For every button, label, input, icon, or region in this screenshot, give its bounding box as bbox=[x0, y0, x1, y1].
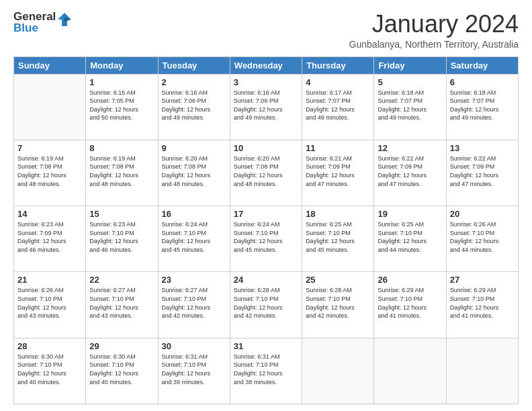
location-subtitle: Gunbalanya, Northern Territory, Australi… bbox=[349, 39, 519, 50]
day-info: Sunrise: 6:26 AM Sunset: 7:10 PM Dayligh… bbox=[450, 220, 515, 254]
col-monday: Monday bbox=[86, 56, 158, 74]
day-number: 19 bbox=[378, 209, 442, 219]
calendar-cell: 13Sunrise: 6:22 AM Sunset: 7:09 PM Dayli… bbox=[446, 140, 518, 205]
day-number: 22 bbox=[89, 275, 154, 285]
header: General Blue January 2024 Gunbalanya, No… bbox=[13, 11, 519, 50]
day-number: 2 bbox=[162, 77, 226, 87]
day-number: 31 bbox=[234, 341, 298, 351]
day-info: Sunrise: 6:15 AM Sunset: 7:05 PM Dayligh… bbox=[89, 89, 154, 122]
calendar-cell: 5Sunrise: 6:18 AM Sunset: 7:07 PM Daylig… bbox=[374, 74, 446, 140]
calendar-cell: 19Sunrise: 6:25 AM Sunset: 7:10 PM Dayli… bbox=[374, 206, 446, 272]
calendar-cell: 10Sunrise: 6:20 AM Sunset: 7:08 PM Dayli… bbox=[230, 140, 302, 205]
calendar-cell: 8Sunrise: 6:19 AM Sunset: 7:08 PM Daylig… bbox=[86, 140, 158, 205]
day-info: Sunrise: 6:16 AM Sunset: 7:06 PM Dayligh… bbox=[162, 89, 226, 122]
day-info: Sunrise: 6:29 AM Sunset: 7:10 PM Dayligh… bbox=[450, 286, 515, 320]
day-number: 15 bbox=[89, 209, 154, 219]
calendar-cell: 31Sunrise: 6:31 AM Sunset: 7:10 PM Dayli… bbox=[230, 338, 302, 404]
calendar-cell: 22Sunrise: 6:27 AM Sunset: 7:10 PM Dayli… bbox=[86, 272, 158, 338]
calendar-cell: 6Sunrise: 6:18 AM Sunset: 7:07 PM Daylig… bbox=[446, 74, 518, 140]
day-info: Sunrise: 6:20 AM Sunset: 7:08 PM Dayligh… bbox=[234, 154, 298, 188]
day-info: Sunrise: 6:19 AM Sunset: 7:08 PM Dayligh… bbox=[89, 154, 154, 188]
day-number: 27 bbox=[450, 275, 515, 285]
day-info: Sunrise: 6:17 AM Sunset: 7:07 PM Dayligh… bbox=[306, 89, 370, 122]
calendar-cell: 9Sunrise: 6:20 AM Sunset: 7:08 PM Daylig… bbox=[158, 140, 230, 205]
day-info: Sunrise: 6:30 AM Sunset: 7:10 PM Dayligh… bbox=[89, 353, 154, 386]
calendar-cell: 24Sunrise: 6:28 AM Sunset: 7:10 PM Dayli… bbox=[230, 272, 302, 338]
day-info: Sunrise: 6:30 AM Sunset: 7:10 PM Dayligh… bbox=[17, 353, 82, 386]
calendar-cell: 30Sunrise: 6:31 AM Sunset: 7:10 PM Dayli… bbox=[158, 338, 230, 404]
week-row-1: 1Sunrise: 6:15 AM Sunset: 7:05 PM Daylig… bbox=[14, 74, 519, 140]
day-info: Sunrise: 6:24 AM Sunset: 7:10 PM Dayligh… bbox=[234, 220, 298, 254]
calendar-cell: 2Sunrise: 6:16 AM Sunset: 7:06 PM Daylig… bbox=[158, 74, 230, 140]
day-number: 12 bbox=[378, 143, 442, 153]
day-number: 7 bbox=[17, 143, 82, 153]
day-info: Sunrise: 6:20 AM Sunset: 7:08 PM Dayligh… bbox=[162, 154, 226, 188]
day-info: Sunrise: 6:18 AM Sunset: 7:07 PM Dayligh… bbox=[450, 89, 515, 122]
calendar-table: Sunday Monday Tuesday Wednesday Thursday… bbox=[13, 56, 519, 404]
day-info: Sunrise: 6:16 AM Sunset: 7:06 PM Dayligh… bbox=[234, 89, 298, 122]
week-row-3: 14Sunrise: 6:23 AM Sunset: 7:09 PM Dayli… bbox=[14, 206, 519, 272]
week-row-4: 21Sunrise: 6:26 AM Sunset: 7:10 PM Dayli… bbox=[14, 272, 519, 338]
col-sunday: Sunday bbox=[14, 56, 86, 74]
day-info: Sunrise: 6:23 AM Sunset: 7:09 PM Dayligh… bbox=[17, 220, 82, 254]
day-number: 24 bbox=[234, 275, 298, 285]
day-info: Sunrise: 6:31 AM Sunset: 7:10 PM Dayligh… bbox=[234, 353, 298, 386]
day-info: Sunrise: 6:25 AM Sunset: 7:10 PM Dayligh… bbox=[306, 220, 370, 254]
calendar-cell: 15Sunrise: 6:23 AM Sunset: 7:10 PM Dayli… bbox=[86, 206, 158, 272]
calendar-cell: 1Sunrise: 6:15 AM Sunset: 7:05 PM Daylig… bbox=[86, 74, 158, 140]
calendar-cell bbox=[446, 338, 518, 404]
calendar-cell: 12Sunrise: 6:22 AM Sunset: 7:09 PM Dayli… bbox=[374, 140, 446, 205]
calendar-cell: 26Sunrise: 6:29 AM Sunset: 7:10 PM Dayli… bbox=[374, 272, 446, 338]
calendar-cell bbox=[14, 74, 86, 140]
day-info: Sunrise: 6:23 AM Sunset: 7:10 PM Dayligh… bbox=[89, 220, 154, 254]
calendar-cell: 25Sunrise: 6:28 AM Sunset: 7:10 PM Dayli… bbox=[302, 272, 374, 338]
col-wednesday: Wednesday bbox=[230, 56, 302, 74]
calendar-cell: 21Sunrise: 6:26 AM Sunset: 7:10 PM Dayli… bbox=[14, 272, 86, 338]
calendar-header-row: Sunday Monday Tuesday Wednesday Thursday… bbox=[14, 56, 519, 74]
day-number: 18 bbox=[306, 209, 370, 219]
day-number: 28 bbox=[17, 341, 82, 351]
col-saturday: Saturday bbox=[446, 56, 518, 74]
day-info: Sunrise: 6:24 AM Sunset: 7:10 PM Dayligh… bbox=[162, 220, 226, 254]
calendar-cell: 4Sunrise: 6:17 AM Sunset: 7:07 PM Daylig… bbox=[302, 74, 374, 140]
week-row-2: 7Sunrise: 6:19 AM Sunset: 7:08 PM Daylig… bbox=[14, 140, 519, 205]
day-info: Sunrise: 6:27 AM Sunset: 7:10 PM Dayligh… bbox=[89, 286, 154, 320]
day-info: Sunrise: 6:25 AM Sunset: 7:10 PM Dayligh… bbox=[378, 220, 442, 254]
month-title: January 2024 bbox=[349, 11, 519, 38]
day-number: 6 bbox=[450, 77, 515, 87]
day-number: 29 bbox=[89, 341, 154, 351]
calendar-cell: 27Sunrise: 6:29 AM Sunset: 7:10 PM Dayli… bbox=[446, 272, 518, 338]
day-number: 21 bbox=[17, 275, 82, 285]
calendar-cell bbox=[302, 338, 374, 404]
day-info: Sunrise: 6:18 AM Sunset: 7:07 PM Dayligh… bbox=[378, 89, 442, 122]
day-number: 10 bbox=[234, 143, 298, 153]
calendar-cell: 16Sunrise: 6:24 AM Sunset: 7:10 PM Dayli… bbox=[158, 206, 230, 272]
day-number: 14 bbox=[17, 209, 82, 219]
day-number: 9 bbox=[162, 143, 226, 153]
day-info: Sunrise: 6:28 AM Sunset: 7:10 PM Dayligh… bbox=[234, 286, 298, 320]
calendar-cell: 18Sunrise: 6:25 AM Sunset: 7:10 PM Dayli… bbox=[302, 206, 374, 272]
calendar-cell: 3Sunrise: 6:16 AM Sunset: 7:06 PM Daylig… bbox=[230, 74, 302, 140]
day-info: Sunrise: 6:22 AM Sunset: 7:09 PM Dayligh… bbox=[450, 154, 515, 188]
calendar-cell: 7Sunrise: 6:19 AM Sunset: 7:08 PM Daylig… bbox=[14, 140, 86, 205]
col-friday: Friday bbox=[374, 56, 446, 74]
day-number: 25 bbox=[306, 275, 370, 285]
col-thursday: Thursday bbox=[302, 56, 374, 74]
day-number: 17 bbox=[234, 209, 298, 219]
day-number: 3 bbox=[234, 77, 298, 87]
day-info: Sunrise: 6:21 AM Sunset: 7:09 PM Dayligh… bbox=[306, 154, 370, 188]
calendar-cell: 23Sunrise: 6:27 AM Sunset: 7:10 PM Dayli… bbox=[158, 272, 230, 338]
day-number: 1 bbox=[89, 77, 154, 87]
calendar-cell: 17Sunrise: 6:24 AM Sunset: 7:10 PM Dayli… bbox=[230, 206, 302, 272]
week-row-5: 28Sunrise: 6:30 AM Sunset: 7:10 PM Dayli… bbox=[14, 338, 519, 404]
day-number: 20 bbox=[450, 209, 515, 219]
day-number: 16 bbox=[162, 209, 226, 219]
day-info: Sunrise: 6:28 AM Sunset: 7:10 PM Dayligh… bbox=[306, 286, 370, 320]
col-tuesday: Tuesday bbox=[158, 56, 230, 74]
calendar-cell: 11Sunrise: 6:21 AM Sunset: 7:09 PM Dayli… bbox=[302, 140, 374, 205]
calendar-cell: 29Sunrise: 6:30 AM Sunset: 7:10 PM Dayli… bbox=[86, 338, 158, 404]
page: General Blue January 2024 Gunbalanya, No… bbox=[0, 0, 532, 411]
day-info: Sunrise: 6:26 AM Sunset: 7:10 PM Dayligh… bbox=[17, 286, 82, 320]
day-info: Sunrise: 6:27 AM Sunset: 7:10 PM Dayligh… bbox=[162, 286, 226, 320]
title-block: January 2024 Gunbalanya, Northern Territ… bbox=[349, 11, 519, 50]
